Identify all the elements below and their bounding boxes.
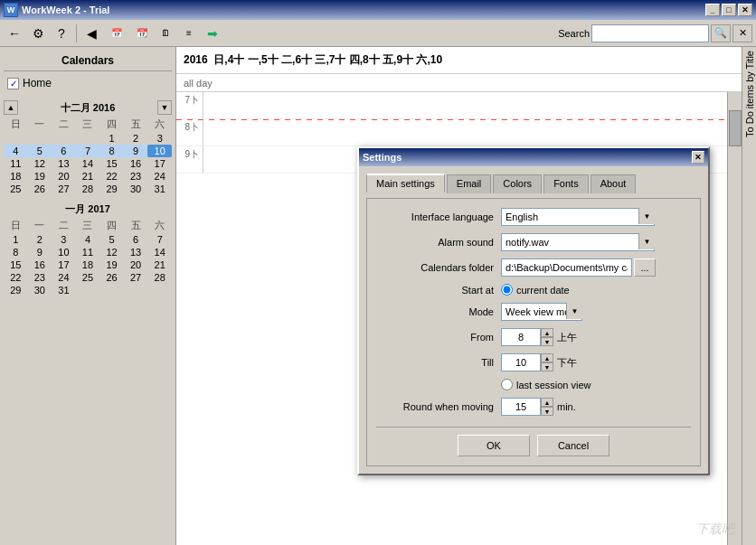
round-up-button[interactable]: ▲ <box>541 398 553 407</box>
week-view-button[interactable]: 📆 <box>131 23 153 44</box>
interface-language-select[interactable]: English Chinese French <box>501 208 655 226</box>
cal-day[interactable]: 18 <box>76 258 100 271</box>
cal-day[interactable]: 18 <box>4 170 28 183</box>
cal-day[interactable]: 4 <box>4 145 28 157</box>
start-at-current-label[interactable]: current date <box>501 284 570 296</box>
tab-fonts[interactable]: Fonts <box>543 174 589 193</box>
last-session-radio[interactable] <box>501 379 513 390</box>
search-button[interactable]: 🔍 <box>711 24 731 42</box>
cal-day[interactable]: 20 <box>124 258 148 271</box>
cal-day[interactable]: 3 <box>52 233 76 246</box>
tab-main-settings[interactable]: Main settings <box>366 174 445 193</box>
help-button[interactable]: ? <box>51 23 72 44</box>
mini-cal-next-button[interactable]: ▼ <box>157 100 172 115</box>
nav-forward-button[interactable]: ➡ <box>202 23 223 44</box>
tab-about[interactable]: About <box>591 174 637 193</box>
cal-day[interactable]: 23 <box>124 170 148 183</box>
todo-sidebar[interactable]: To Do items by Title <box>742 47 756 545</box>
cal-day[interactable] <box>28 132 52 145</box>
home-calendar-check[interactable]: ✓ <box>7 78 19 89</box>
cal-day[interactable]: 22 <box>4 271 28 284</box>
tab-colors[interactable]: Colors <box>493 174 542 193</box>
cal-day[interactable]: 12 <box>28 157 52 170</box>
till-down-button[interactable]: ▼ <box>541 362 553 371</box>
cal-day[interactable]: 25 <box>4 183 28 195</box>
cal-day[interactable]: 21 <box>147 258 172 271</box>
month-view-button[interactable]: 🗓 <box>155 23 176 44</box>
cal-day[interactable]: 8 <box>99 145 124 157</box>
cal-day[interactable] <box>76 132 100 145</box>
cal-day-today[interactable]: 10 <box>147 145 172 157</box>
cal-day[interactable]: 2 <box>28 233 52 246</box>
cal-day[interactable]: 10 <box>52 246 76 258</box>
start-at-current-radio[interactable] <box>501 284 513 296</box>
cal-day[interactable]: 1 <box>4 233 28 246</box>
cal-day[interactable]: 23 <box>28 271 52 284</box>
cal-day[interactable] <box>147 284 172 296</box>
cal-day[interactable]: 21 <box>76 170 100 183</box>
cal-day[interactable]: 30 <box>124 183 148 195</box>
cal-day[interactable]: 27 <box>52 183 76 195</box>
minimize-button[interactable]: _ <box>705 4 720 16</box>
from-up-button[interactable]: ▲ <box>541 328 553 337</box>
list-view-button[interactable]: ≡ <box>178 23 200 44</box>
cal-day[interactable]: 11 <box>4 157 28 170</box>
last-session-label[interactable]: last session view <box>501 379 591 390</box>
cal-day[interactable]: 12 <box>99 246 124 258</box>
dialog-close-button[interactable]: ✕ <box>692 151 704 164</box>
cal-day[interactable]: 28 <box>76 183 100 195</box>
cal-day[interactable]: 4 <box>76 233 100 246</box>
cal-day[interactable] <box>4 132 28 145</box>
mini-cal-prev-button[interactable]: ▲ <box>4 100 18 115</box>
cal-day[interactable]: 28 <box>147 271 172 284</box>
round-input[interactable] <box>501 398 541 416</box>
cal-day[interactable]: 13 <box>124 246 148 258</box>
cal-day[interactable]: 5 <box>99 233 124 246</box>
cal-day[interactable]: 3 <box>147 132 172 145</box>
cal-day[interactable]: 17 <box>147 157 172 170</box>
cal-day[interactable]: 11 <box>76 246 100 258</box>
cal-day[interactable]: 15 <box>99 157 124 170</box>
cal-day[interactable]: 17 <box>52 258 76 271</box>
cal-day[interactable]: 2 <box>124 132 148 145</box>
cal-day[interactable] <box>124 284 148 296</box>
till-input[interactable] <box>501 353 541 371</box>
cal-day[interactable]: 20 <box>52 170 76 183</box>
cal-day[interactable]: 14 <box>147 246 172 258</box>
cal-day[interactable]: 14 <box>76 157 100 170</box>
cal-day[interactable]: 6 <box>124 233 148 246</box>
cal-day[interactable]: 1 <box>99 132 124 145</box>
mode-select[interactable]: Week view mode Day view mode Month view … <box>501 303 582 321</box>
close-button[interactable]: ✕ <box>738 4 752 16</box>
nav-back-button[interactable]: ◀ <box>80 23 102 44</box>
cal-day[interactable]: 6 <box>52 145 76 157</box>
cal-day[interactable]: 19 <box>99 258 124 271</box>
cal-day[interactable] <box>76 284 100 296</box>
cal-day[interactable]: 30 <box>28 284 52 296</box>
calendars-folder-input[interactable] <box>501 258 632 277</box>
search-input[interactable] <box>591 24 709 42</box>
settings-button[interactable]: ⚙ <box>27 23 49 44</box>
back-button[interactable]: ← <box>4 23 25 44</box>
cal-day[interactable]: 31 <box>52 284 76 296</box>
cal-day[interactable]: 19 <box>28 170 52 183</box>
cal-day[interactable]: 8 <box>4 246 28 258</box>
cal-day[interactable] <box>99 284 124 296</box>
cal-day[interactable]: 25 <box>76 271 100 284</box>
cal-day[interactable] <box>52 132 76 145</box>
cal-day[interactable]: 9 <box>28 246 52 258</box>
cal-day[interactable]: 5 <box>28 145 52 157</box>
from-input[interactable] <box>501 328 541 346</box>
cancel-button[interactable]: Cancel <box>537 435 610 456</box>
from-down-button[interactable]: ▼ <box>541 337 553 346</box>
cal-day[interactable]: 24 <box>52 271 76 284</box>
cal-day[interactable]: 7 <box>76 145 100 157</box>
round-down-button[interactable]: ▼ <box>541 407 553 416</box>
cal-day[interactable]: 15 <box>4 258 28 271</box>
cal-day[interactable]: 29 <box>99 183 124 195</box>
cal-day[interactable]: 27 <box>124 271 148 284</box>
day-view-button[interactable]: 📅 <box>104 23 129 44</box>
cal-day[interactable]: 16 <box>28 258 52 271</box>
tab-email[interactable]: Email <box>447 174 492 193</box>
cal-day[interactable]: 9 <box>124 145 148 157</box>
